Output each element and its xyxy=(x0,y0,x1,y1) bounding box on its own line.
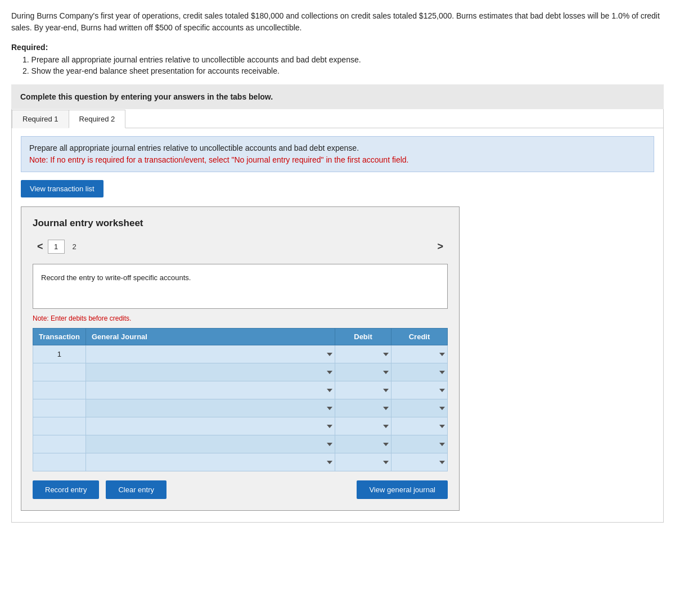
table-row xyxy=(33,453,448,471)
current-page: 1 xyxy=(48,240,65,254)
general-journal-input[interactable] xyxy=(88,364,325,381)
debit-dropdown-icon[interactable] xyxy=(383,407,389,410)
general-journal-input[interactable] xyxy=(88,346,325,363)
credit-cell[interactable] xyxy=(392,381,448,399)
debit-input[interactable] xyxy=(338,382,381,399)
credit-dropdown-icon[interactable] xyxy=(439,407,445,410)
general-journal-cell[interactable] xyxy=(86,417,335,435)
dropdown-arrow-icon[interactable] xyxy=(327,389,332,392)
debit-input[interactable] xyxy=(338,454,381,471)
dropdown-arrow-icon[interactable] xyxy=(327,371,332,374)
credit-input[interactable] xyxy=(394,454,437,471)
credit-dropdown-icon[interactable] xyxy=(439,389,445,392)
debit-cell[interactable] xyxy=(335,435,392,453)
credit-cell[interactable] xyxy=(392,363,448,381)
table-row xyxy=(33,363,448,381)
debit-cell[interactable] xyxy=(335,381,392,399)
general-journal-input[interactable] xyxy=(88,436,325,453)
debit-cell[interactable] xyxy=(335,399,392,417)
debit-input[interactable] xyxy=(338,364,381,381)
debit-dropdown-icon[interactable] xyxy=(383,353,389,356)
credit-input[interactable] xyxy=(394,418,437,435)
dropdown-arrow-icon[interactable] xyxy=(327,443,332,446)
debit-input[interactable] xyxy=(338,400,381,417)
credit-cell[interactable] xyxy=(392,417,448,435)
credit-input[interactable] xyxy=(394,346,437,363)
dropdown-arrow-icon[interactable] xyxy=(327,425,332,428)
table-row xyxy=(33,381,448,399)
tab-description: Prepare all appropriate journal entries … xyxy=(29,143,359,152)
worksheet-container: Journal entry worksheet < 1 2 > Record t… xyxy=(21,206,460,511)
transaction-cell xyxy=(33,453,86,471)
transaction-cell xyxy=(33,435,86,453)
credit-dropdown-icon[interactable] xyxy=(439,353,445,356)
clear-entry-button[interactable]: Clear entry xyxy=(106,480,166,499)
dropdown-arrow-icon[interactable] xyxy=(327,461,332,464)
dropdown-arrow-icon[interactable] xyxy=(327,353,332,356)
tab-required-1[interactable]: Required 1 xyxy=(12,110,69,128)
credit-dropdown-icon[interactable] xyxy=(439,461,445,464)
credit-input[interactable] xyxy=(394,400,437,417)
total-pages: 2 xyxy=(67,240,82,253)
next-page-button[interactable]: > xyxy=(433,239,448,255)
debit-cell[interactable] xyxy=(335,345,392,363)
general-journal-input[interactable] xyxy=(88,454,325,471)
required-list: 1. Prepare all appropriate journal entri… xyxy=(11,55,664,75)
problem-text: During Burns Company's first year of ope… xyxy=(11,10,664,34)
table-row xyxy=(33,399,448,417)
credit-cell[interactable] xyxy=(392,453,448,471)
transaction-cell: 1 xyxy=(33,345,86,363)
view-general-journal-button[interactable]: View general journal xyxy=(357,480,448,499)
credit-cell[interactable] xyxy=(392,435,448,453)
debit-dropdown-icon[interactable] xyxy=(383,461,389,464)
prev-page-button[interactable]: < xyxy=(33,239,48,255)
credit-cell[interactable] xyxy=(392,399,448,417)
view-transaction-button[interactable]: View transaction list xyxy=(21,180,104,197)
credit-input[interactable] xyxy=(394,436,437,453)
transaction-cell xyxy=(33,363,86,381)
general-journal-cell[interactable] xyxy=(86,363,335,381)
debit-cell[interactable] xyxy=(335,453,392,471)
transaction-cell xyxy=(33,417,86,435)
entry-description-box: Record the entry to write-off specific a… xyxy=(33,264,448,309)
debit-input[interactable] xyxy=(338,418,381,435)
tab-required-2[interactable]: Required 2 xyxy=(69,110,126,128)
general-journal-cell[interactable] xyxy=(86,453,335,471)
credit-dropdown-icon[interactable] xyxy=(439,371,445,374)
general-journal-input[interactable] xyxy=(88,418,325,435)
debit-cell[interactable] xyxy=(335,363,392,381)
debit-input[interactable] xyxy=(338,436,381,453)
required-item-2: 2. Show the year-end balance sheet prese… xyxy=(22,66,664,75)
col-header-journal: General Journal xyxy=(86,329,335,345)
transaction-cell xyxy=(33,381,86,399)
debit-dropdown-icon[interactable] xyxy=(383,443,389,446)
debit-input[interactable] xyxy=(338,346,381,363)
general-journal-cell[interactable] xyxy=(86,345,335,363)
table-row: 1 xyxy=(33,345,448,363)
col-header-credit: Credit xyxy=(392,329,448,345)
dropdown-arrow-icon[interactable] xyxy=(327,407,332,410)
general-journal-cell[interactable] xyxy=(86,381,335,399)
credit-cell[interactable] xyxy=(392,345,448,363)
general-journal-cell[interactable] xyxy=(86,399,335,417)
transaction-cell xyxy=(33,399,86,417)
credit-dropdown-icon[interactable] xyxy=(439,443,445,446)
info-box: Prepare all appropriate journal entries … xyxy=(21,136,654,172)
required-item-1: 1. Prepare all appropriate journal entri… xyxy=(22,55,664,64)
general-journal-cell[interactable] xyxy=(86,435,335,453)
debit-cell[interactable] xyxy=(335,417,392,435)
general-journal-input[interactable] xyxy=(88,400,325,417)
credit-input[interactable] xyxy=(394,364,437,381)
general-journal-input[interactable] xyxy=(88,382,325,399)
credit-input[interactable] xyxy=(394,382,437,399)
debit-dropdown-icon[interactable] xyxy=(383,425,389,428)
debit-dropdown-icon[interactable] xyxy=(383,371,389,374)
record-entry-button[interactable]: Record entry xyxy=(33,480,99,499)
bottom-buttons: Record entry Clear entry View general jo… xyxy=(33,480,448,499)
credit-dropdown-icon[interactable] xyxy=(439,425,445,428)
nav-row: < 1 2 > xyxy=(33,239,448,255)
debit-dropdown-icon[interactable] xyxy=(383,389,389,392)
tabs-row: Required 1 Required 2 xyxy=(12,109,663,128)
instruction-box: Complete this question by entering your … xyxy=(11,84,664,109)
tab-content: Prepare all appropriate journal entries … xyxy=(12,128,663,522)
